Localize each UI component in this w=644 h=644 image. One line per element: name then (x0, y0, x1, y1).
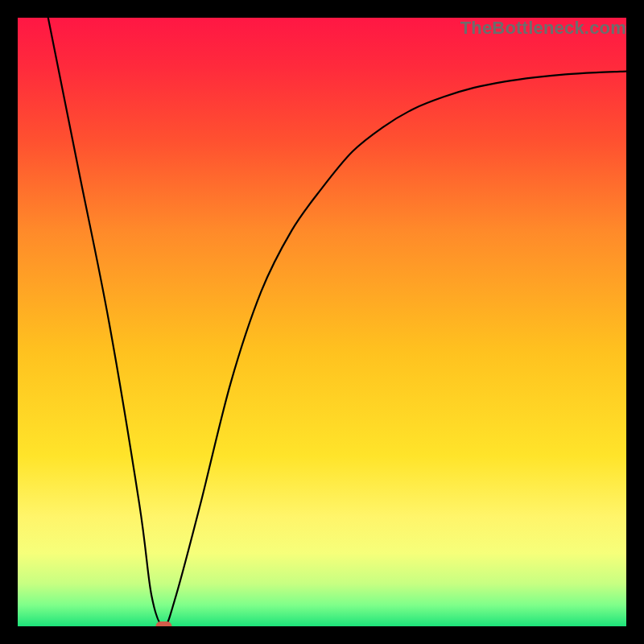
watermark-text: TheBottleneck.com (460, 18, 626, 39)
chart-svg (18, 18, 626, 626)
chart-frame: TheBottleneck.com (0, 0, 644, 644)
plot-area (18, 18, 626, 626)
optimum-marker (155, 621, 171, 626)
